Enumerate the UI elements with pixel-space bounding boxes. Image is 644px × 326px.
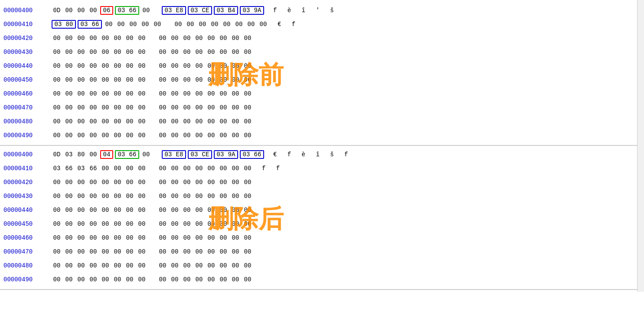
- hex-bytes: 0000000000000000 0000000000000000: [51, 118, 253, 125]
- byte: 00: [157, 234, 168, 241]
- byte: 00: [206, 90, 217, 97]
- byte: 03: [189, 151, 200, 158]
- byte: 00: [242, 104, 253, 111]
- byte: 00: [218, 234, 229, 241]
- byte: 00: [230, 76, 241, 83]
- byte: 00: [100, 132, 111, 139]
- byte: 00: [88, 76, 99, 83]
- byte: 03: [78, 21, 90, 28]
- byte: 00: [218, 132, 229, 139]
- byte: 00: [245, 21, 257, 28]
- byte-box-blue: 03 E8: [162, 6, 186, 15]
- byte: 00: [218, 221, 229, 227]
- byte: 00: [51, 49, 62, 56]
- byte: 00: [75, 234, 87, 241]
- byte: 00: [242, 179, 253, 186]
- byte: 00: [181, 221, 193, 227]
- byte: 00: [181, 193, 193, 200]
- byte: 00: [193, 248, 205, 255]
- byte: 00: [181, 63, 193, 69]
- byte: 00: [88, 151, 99, 158]
- byte: 00: [181, 179, 193, 186]
- byte: 00: [112, 35, 123, 42]
- byte: 00: [100, 179, 111, 186]
- byte: 00: [63, 207, 75, 214]
- byte: 00: [206, 132, 217, 139]
- byte: 00: [63, 179, 75, 186]
- byte: 00: [88, 90, 99, 97]
- byte: 00: [75, 35, 87, 42]
- byte: 00: [75, 276, 87, 283]
- byte: 00: [206, 207, 217, 214]
- byte: 03: [51, 165, 62, 172]
- byte: 00: [136, 63, 147, 69]
- byte: CE: [200, 7, 211, 14]
- byte: 00: [75, 76, 87, 83]
- byte: 00: [242, 165, 253, 172]
- address: 00000420: [3, 179, 51, 186]
- byte: 00: [209, 21, 220, 28]
- byte: 00: [242, 49, 253, 56]
- byte: 00: [230, 207, 241, 214]
- byte: 00: [63, 248, 75, 255]
- byte: 00: [230, 63, 241, 69]
- byte: 04: [101, 151, 112, 158]
- byte: 00: [193, 90, 205, 97]
- hex-bytes: 0D 03 80 00 04 03 66 00 03 E8 03: [51, 150, 265, 159]
- byte: 03: [52, 21, 64, 28]
- byte: 80: [75, 151, 87, 158]
- byte: 00: [206, 276, 217, 283]
- byte: 00: [124, 262, 135, 269]
- table-row: 00000400 0D 00 00 00 06 03 66 00 03 E8: [0, 3, 644, 17]
- byte: 00: [181, 49, 193, 56]
- byte: 00: [206, 35, 217, 42]
- byte: 00: [193, 165, 205, 172]
- byte: 00: [181, 262, 193, 269]
- byte: 00: [124, 165, 135, 172]
- byte: 00: [157, 207, 168, 214]
- byte: 00: [242, 63, 253, 69]
- byte: 00: [136, 132, 147, 139]
- byte: 00: [112, 104, 123, 111]
- byte: 00: [242, 132, 253, 139]
- byte: 00: [88, 221, 99, 227]
- byte: 00: [157, 104, 168, 111]
- byte: 00: [206, 118, 217, 125]
- byte: 00: [218, 90, 229, 97]
- byte: 00: [112, 118, 123, 125]
- byte: 00: [169, 207, 180, 214]
- byte: 00: [193, 221, 205, 227]
- byte: 00: [63, 262, 75, 269]
- byte: 00: [112, 207, 123, 214]
- hex-bytes: 0000000000000000 0000000000000000: [51, 207, 253, 214]
- hex-bytes: 0000000000000000 0000000000000000: [51, 221, 253, 227]
- byte: 00: [242, 262, 253, 269]
- byte: 00: [157, 132, 168, 139]
- byte: 00: [230, 118, 241, 125]
- byte: 00: [127, 21, 139, 28]
- byte: 00: [185, 21, 196, 28]
- byte: 00: [181, 276, 193, 283]
- byte: 00: [88, 179, 99, 186]
- scrollbar[interactable]: [637, 0, 644, 292]
- byte: E8: [174, 7, 185, 14]
- byte: 00: [112, 132, 123, 139]
- byte: 00: [157, 63, 168, 69]
- byte: 00: [230, 179, 241, 186]
- byte: 00: [218, 276, 229, 283]
- byte: 00: [230, 221, 241, 227]
- byte-box-blue: 03 CE: [188, 6, 212, 15]
- byte: 00: [51, 193, 62, 200]
- byte: 00: [141, 7, 152, 14]
- hex-bytes: 03 66 03 66 00 00 00 00 0000000000000000: [51, 165, 253, 172]
- byte: 00: [141, 151, 152, 158]
- byte: 00: [100, 90, 111, 97]
- byte: 00: [124, 63, 135, 69]
- byte: 00: [242, 193, 253, 200]
- byte: 03: [163, 7, 174, 14]
- byte: 00: [181, 165, 193, 172]
- byte: 00: [112, 221, 123, 227]
- byte: 00: [51, 104, 62, 111]
- byte-box-blue: 03 E8: [162, 150, 186, 159]
- address: 00000440: [3, 63, 51, 69]
